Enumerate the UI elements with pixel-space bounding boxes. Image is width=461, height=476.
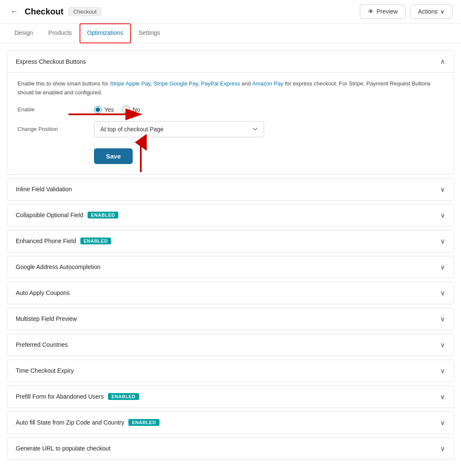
accordion-header-left-time: Time Checkout Expiry (16, 367, 74, 374)
accordion-header-google-address[interactable]: Google Address Autocompletion ∨ (7, 256, 454, 278)
enable-no-radio[interactable] (122, 106, 130, 113)
enable-no-label: No (133, 106, 140, 113)
stripe-apple-pay-link[interactable]: Stripe Apple Pay (110, 80, 151, 87)
accordion-header-multistep[interactable]: Multistep Field Preview ∨ (7, 308, 454, 330)
change-position-field-row: Change Position At top of checkout Page … (17, 121, 444, 137)
accordion-header-inline-field[interactable]: Inline Field Validation ∨ (7, 178, 454, 200)
chevron-down-icon: ∨ (440, 8, 444, 15)
actions-button[interactable]: Actions ∨ (410, 4, 452, 19)
section-title-express-checkout: Express Checkout Buttons (16, 58, 86, 65)
accordion-header-left-autofill: Auto fill State from Zip Code and Countr… (16, 419, 159, 426)
stripe-google-pay-link[interactable]: Stripe Google Pay (154, 80, 198, 87)
paypal-express-link[interactable]: PayPal Express (201, 80, 240, 87)
accordion-header-left-url: Generate URL to populate checkout (16, 445, 111, 452)
tab-design[interactable]: Design (7, 23, 41, 43)
enable-yes-label: Yes (104, 106, 114, 113)
enable-no-option[interactable]: No (122, 106, 140, 113)
accordion-header-prefill[interactable]: Prefill Form for Abandoned Users ENABLED… (7, 386, 454, 408)
enable-yes-radio[interactable] (94, 106, 102, 113)
chevron-down-icon-countries: ∨ (440, 341, 445, 349)
accordion-header-preferred-countries[interactable]: Preferred Countries ∨ (7, 334, 454, 356)
section-title-multistep: Multistep Field Preview (16, 315, 77, 322)
section-title-collapsible: Collapsible Optional Field (16, 212, 83, 218)
chevron-down-icon-url: ∨ (440, 445, 445, 453)
section-title-inline-field: Inline Field Validation (16, 186, 72, 193)
section-prefill-form: Prefill Form for Abandoned Users ENABLED… (7, 385, 454, 408)
section-title-prefill: Prefill Form for Abandoned Users (16, 393, 104, 400)
section-multistep: Multistep Field Preview ∨ (7, 308, 454, 330)
accordion-header-left-multistep: Multistep Field Preview (16, 315, 77, 322)
accordion-header-left-prefill: Prefill Form for Abandoned Users ENABLED (16, 393, 139, 400)
tab-products[interactable]: Products (41, 23, 80, 43)
section-title-auto-fill: Auto fill State from Zip Code and Countr… (16, 419, 124, 426)
breadcrumb: Checkout (68, 7, 101, 16)
accordion-header-auto-fill[interactable]: Auto fill State from Zip Code and Countr… (7, 412, 454, 434)
amazon-pay-link[interactable]: Amazon Pay (252, 80, 284, 87)
accordion-header-left-google: Google Address Autocompletion (16, 264, 100, 270)
chevron-down-icon-multistep: ∨ (440, 315, 445, 323)
badge-enabled-autofill: ENABLED (128, 419, 159, 426)
section-auto-apply-coupons: Auto Apply Coupons ∨ (7, 282, 454, 304)
enable-field-row: Enable Yes No (17, 106, 444, 113)
chevron-down-icon-autofill: ∨ (440, 419, 445, 427)
tab-settings[interactable]: Settings (131, 23, 168, 43)
badge-enabled-collapsible: ENABLED (88, 212, 119, 218)
section-enhanced-phone: Enhanced Phone Field ENABLED ∨ (7, 230, 454, 252)
chevron-down-icon-coupons: ∨ (440, 289, 445, 297)
badge-enabled-prefill: ENABLED (108, 393, 139, 400)
accordion-header-left-inline: Inline Field Validation (16, 186, 72, 193)
accordion-header-express-checkout[interactable]: Express Checkout Buttons ∧ (7, 51, 454, 72)
enable-label: Enable (17, 106, 94, 113)
eye-icon: 👁 (368, 8, 374, 15)
chevron-down-icon-collapsible: ∨ (440, 211, 445, 219)
save-button-wrapper: Save (94, 145, 444, 164)
section-title-preferred-countries: Preferred Countries (16, 341, 68, 348)
preview-label: Preview (376, 8, 398, 15)
section-title-coupons: Auto Apply Coupons (16, 289, 70, 296)
change-position-label: Change Position (17, 126, 94, 132)
accordion-header-collapsible[interactable]: Collapsible Optional Field ENABLED ∨ (7, 204, 454, 226)
badge-enabled-phone: ENABLED (80, 238, 111, 244)
section-google-address: Google Address Autocompletion ∨ (7, 256, 454, 278)
section-title-google-address: Google Address Autocompletion (16, 264, 100, 270)
enable-yes-option[interactable]: Yes (94, 106, 114, 113)
chevron-down-icon-phone: ∨ (440, 237, 445, 245)
section-preferred-countries: Preferred Countries ∨ (7, 334, 454, 356)
accordion-body-express-checkout: Enable this to show smart buttons for St… (7, 72, 454, 174)
section-title-time-checkout: Time Checkout Expiry (16, 367, 74, 374)
section-auto-fill-state: Auto fill State from Zip Code and Countr… (7, 411, 454, 434)
actions-label: Actions (418, 8, 438, 15)
section-generate-url: Generate URL to populate checkout ∨ (7, 437, 454, 460)
section-express-checkout: Express Checkout Buttons ∧ Enable this t… (7, 50, 454, 175)
accordion-header-left-countries: Preferred Countries (16, 341, 68, 348)
section-title-enhanced-phone: Enhanced Phone Field (16, 238, 76, 244)
back-button[interactable]: ← (9, 6, 20, 18)
page-header: ← Checkout Checkout 👁 Preview Actions ∨ (0, 0, 461, 23)
accordion-header-generate-url[interactable]: Generate URL to populate checkout ∨ (7, 438, 454, 459)
tab-optimizations[interactable]: Optimizations (80, 23, 131, 43)
section-time-checkout: Time Checkout Expiry ∨ (7, 360, 454, 382)
chevron-up-icon: ∧ (440, 57, 445, 65)
accordion-header-coupons[interactable]: Auto Apply Coupons ∨ (7, 282, 454, 304)
chevron-down-icon-time: ∨ (440, 367, 445, 375)
accordion-header-left: Express Checkout Buttons (16, 58, 86, 65)
position-select-wrapper: At top of checkout Page Below checkout b… (94, 121, 264, 137)
enable-controls: Yes No (94, 106, 140, 113)
accordion-header-left-coupons: Auto Apply Coupons (16, 289, 70, 296)
nav-tabs: Design Products Optimizations Settings (0, 23, 461, 43)
accordion-header-time-checkout[interactable]: Time Checkout Expiry ∨ (7, 360, 454, 382)
chevron-down-icon-prefill: ∨ (440, 393, 445, 401)
accordion-header-left-collapsible: Collapsible Optional Field ENABLED (16, 212, 118, 218)
save-button[interactable]: Save (94, 148, 133, 164)
chevron-down-icon-google: ∨ (440, 263, 445, 271)
section-title-generate-url: Generate URL to populate checkout (16, 445, 111, 452)
header-actions: 👁 Preview Actions ∨ (360, 4, 452, 19)
page-title: Checkout (25, 7, 63, 17)
accordion-header-left-phone: Enhanced Phone Field ENABLED (16, 238, 111, 244)
main-content: Express Checkout Buttons ∧ Enable this t… (0, 43, 461, 470)
section-collapsible-optional: Collapsible Optional Field ENABLED ∨ (7, 204, 454, 227)
position-select[interactable]: At top of checkout Page Below checkout b… (94, 121, 264, 137)
accordion-header-enhanced-phone[interactable]: Enhanced Phone Field ENABLED ∨ (7, 230, 454, 252)
preview-button[interactable]: 👁 Preview (360, 4, 406, 19)
chevron-down-icon-inline: ∨ (440, 185, 445, 193)
